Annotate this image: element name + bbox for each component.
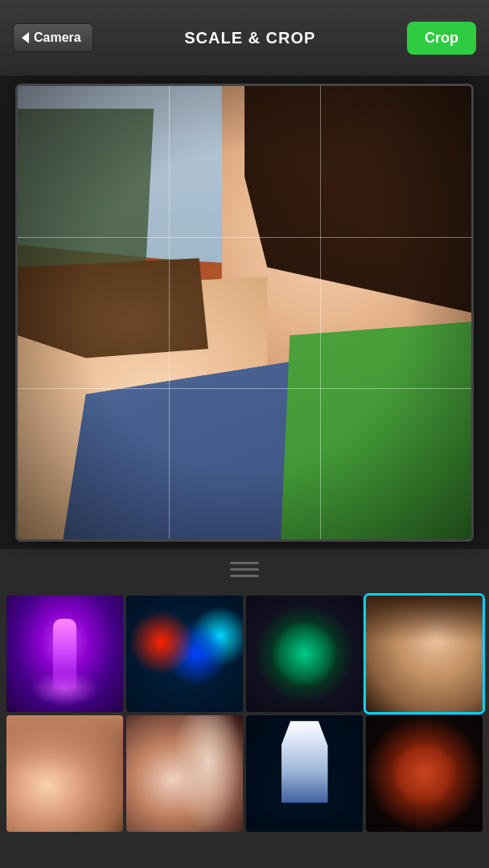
photo-background xyxy=(18,86,471,539)
thumbnail-strip-row2 xyxy=(0,712,489,838)
crop-frame[interactable] xyxy=(18,86,471,539)
thumbnail-neon-circles[interactable] xyxy=(126,596,243,712)
thumbnail-child-food[interactable] xyxy=(126,715,243,832)
thumbnail-selfie[interactable] xyxy=(366,596,483,712)
drag-handle-area[interactable] xyxy=(0,549,489,589)
crop-button[interactable]: Crop xyxy=(407,22,476,55)
back-button[interactable]: Camera xyxy=(13,23,93,52)
thumbnail-strip-row1 xyxy=(0,589,489,712)
drag-handle-line-3 xyxy=(230,575,259,577)
thumbnail-fairy[interactable] xyxy=(246,596,363,712)
image-container xyxy=(0,76,489,549)
thumbnail-neon-top[interactable] xyxy=(6,596,123,712)
back-label: Camera xyxy=(34,31,81,45)
header: Camera SCALE & CROP Crop xyxy=(0,0,489,76)
drag-handle-line-1 xyxy=(230,562,259,564)
thumbnail-child-car[interactable] xyxy=(6,715,123,832)
drag-handle-line-2 xyxy=(230,568,259,571)
drag-handle[interactable] xyxy=(230,562,259,577)
thumbnail-dark[interactable] xyxy=(366,715,483,832)
page-title: SCALE & CROP xyxy=(184,29,315,47)
thumbnail-castle[interactable] xyxy=(246,715,363,832)
